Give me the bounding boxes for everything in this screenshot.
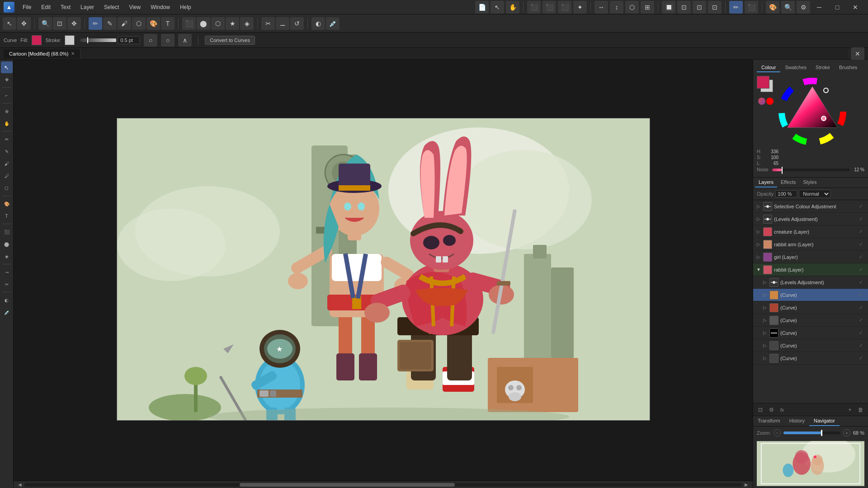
menu-view[interactable]: View: [124, 2, 145, 12]
zoom-tool-btn[interactable]: 🔍: [38, 17, 52, 30]
menu-text[interactable]: Text: [56, 2, 75, 12]
color-wheel-svg[interactable]: [778, 78, 846, 145]
eyedropper-tool-btn[interactable]: 💉: [326, 17, 340, 30]
layer-item[interactable]: ▷ rabbit arm (Layer) ✓: [753, 238, 868, 251]
opacity-input[interactable]: 100 %: [775, 190, 797, 197]
layer-settings-icon[interactable]: ⚙: [767, 405, 776, 414]
visibility-icon[interactable]: ✓: [859, 355, 865, 361]
rect-tool[interactable]: ⬛: [1, 226, 13, 238]
minimize-btn[interactable]: ─: [810, 0, 828, 14]
search-btn[interactable]: 🔍: [781, 1, 795, 14]
settings-btn[interactable]: ⚙: [797, 1, 810, 14]
visibility-icon[interactable]: ✓: [859, 267, 865, 272]
mode-draw-btn[interactable]: ✏: [729, 1, 743, 14]
align-right-btn[interactable]: ⬛: [558, 1, 571, 14]
menu-select[interactable]: Select: [99, 2, 123, 12]
styles-tab[interactable]: Styles: [799, 178, 820, 188]
corner-tool[interactable]: ⌐: [1, 89, 13, 101]
layer-item[interactable]: ▷ (Curve) ✓: [753, 289, 868, 301]
expand-icon[interactable]: ▷: [762, 292, 768, 298]
stroke-style-btn[interactable]: ○: [144, 34, 157, 47]
rect-tool-btn[interactable]: ⬛: [182, 17, 196, 30]
menu-edit[interactable]: Edit: [37, 2, 55, 12]
stroke-swatch[interactable]: [65, 35, 75, 45]
layer-item[interactable]: ▷ (Levels Adjustment) ✓: [753, 213, 868, 225]
pointer-btn[interactable]: ↖: [491, 1, 504, 14]
zoom-in-btn[interactable]: +: [843, 429, 850, 436]
expand-icon[interactable]: ▷: [762, 330, 768, 336]
layer-item[interactable]: ▷ (Curve) ✓: [753, 314, 868, 327]
select-tool-btn[interactable]: ↖: [3, 17, 16, 30]
zoom-slider-thumb[interactable]: [821, 430, 822, 436]
color-mode-btn[interactable]: 🎨: [766, 1, 779, 14]
layer-item[interactable]: ▷ (Curve) ✓: [753, 327, 868, 339]
visibility-icon[interactable]: ✓: [859, 292, 865, 298]
horizontal-scrollbar[interactable]: ◀ ▶: [14, 481, 753, 488]
menu-window[interactable]: Window: [146, 2, 175, 12]
node-tool-btn[interactable]: ✥: [17, 17, 31, 30]
effects-tab[interactable]: Effects: [777, 178, 799, 188]
collapse-all-icon[interactable]: ⊡: [756, 405, 765, 414]
zoom-out-btn[interactable]: −: [774, 429, 781, 436]
new-doc-btn[interactable]: 📄: [475, 1, 489, 14]
canvas-container[interactable]: ★: [14, 60, 753, 479]
dist-btn[interactable]: ⬡: [625, 1, 639, 14]
flip-h-btn[interactable]: ↔: [594, 1, 608, 14]
knife-tool-btn[interactable]: ⚊: [276, 17, 289, 30]
navigator-preview[interactable]: [757, 441, 864, 486]
fill-tool-btn[interactable]: 🎨: [146, 17, 160, 30]
expand-icon[interactable]: ▷: [762, 356, 768, 361]
zoom-tool[interactable]: ⊕: [1, 105, 13, 117]
swatches-tab[interactable]: Swatches: [780, 63, 811, 72]
scroll-right-btn[interactable]: ▶: [742, 482, 751, 487]
rotate-tool-btn[interactable]: ↺: [290, 17, 304, 30]
expand-icon[interactable]: ▷: [762, 318, 768, 323]
layer-item[interactable]: ▷ girl (Layer) ✓: [753, 251, 868, 263]
node-tool[interactable]: ✥: [1, 74, 13, 85]
snap-btn[interactable]: 🔲: [662, 1, 675, 14]
expand-icon[interactable]: ▷: [756, 229, 761, 235]
scroll-track[interactable]: [24, 483, 742, 487]
fx-icon[interactable]: fx: [778, 405, 787, 414]
view-tool[interactable]: ✋: [1, 117, 13, 129]
visibility-icon[interactable]: ✓: [859, 279, 865, 285]
grid-btn[interactable]: ⊞: [641, 1, 654, 14]
snap2-btn[interactable]: ⊡: [677, 1, 691, 14]
navigator-tab[interactable]: Navigator: [809, 416, 840, 426]
align-stars-btn[interactable]: ✦: [573, 1, 587, 14]
star-tool-btn[interactable]: ★: [226, 17, 239, 30]
shape-tool-btn[interactable]: ◈: [240, 17, 254, 30]
maximize-btn[interactable]: □: [828, 0, 846, 14]
pencil-tool-btn[interactable]: ✎: [103, 17, 117, 30]
layer-item[interactable]: ▷ (Levels Adjustment) ✓: [753, 276, 868, 289]
erase-tool[interactable]: ⬡: [1, 182, 13, 194]
flip-v-btn[interactable]: ↕: [610, 1, 623, 14]
hand-btn[interactable]: ✋: [506, 1, 519, 14]
measure-tool[interactable]: ⊸: [1, 266, 13, 278]
move-tool-btn[interactable]: ✥: [67, 17, 81, 30]
expand-icon[interactable]: ▷: [762, 343, 768, 348]
stroke-tab[interactable]: Stroke: [811, 63, 835, 72]
poly-tool-btn[interactable]: ⬡: [211, 17, 225, 30]
select-tool[interactable]: ↖: [1, 61, 13, 73]
visibility-icon[interactable]: ✓: [859, 229, 865, 235]
gradient-icon[interactable]: [758, 98, 765, 105]
expand-icon[interactable]: ▷: [756, 204, 761, 209]
shape-builder[interactable]: ◈: [1, 250, 13, 262]
layer-item[interactable]: ▷ (Curve) ✓: [753, 339, 868, 352]
transform-tab[interactable]: Transform: [753, 416, 785, 426]
close-btn[interactable]: ✕: [846, 0, 864, 14]
stroke-ends-btn[interactable]: ○: [161, 34, 175, 47]
color-wheel-container[interactable]: [778, 78, 846, 145]
ellipse-tool[interactable]: ⬤: [1, 238, 13, 250]
expand-icon[interactable]: ▼: [756, 267, 761, 272]
visibility-icon[interactable]: ✓: [859, 216, 865, 222]
scissors-tool-btn[interactable]: ✂: [261, 17, 275, 30]
visibility-icon[interactable]: ✓: [859, 330, 865, 336]
crop-tool-btn[interactable]: ⊡: [53, 17, 66, 30]
text-tool[interactable]: T: [1, 210, 13, 222]
visibility-icon[interactable]: ✓: [859, 203, 865, 209]
add-layer-icon[interactable]: +: [845, 405, 854, 414]
eyedropper-tool[interactable]: 💉: [1, 306, 13, 318]
ellipse-tool-btn[interactable]: ⬤: [197, 17, 210, 30]
